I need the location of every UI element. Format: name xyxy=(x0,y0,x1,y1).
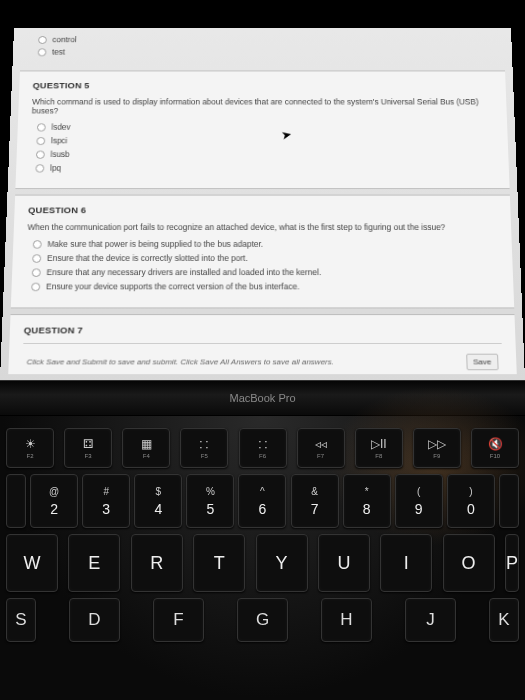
radio-option[interactable]: Make sure that power is being supplied t… xyxy=(33,239,499,248)
radio-icon xyxy=(35,164,44,172)
radio-icon xyxy=(33,240,42,248)
letter-key-row: W E R T Y U I O P xyxy=(6,534,519,592)
key-o[interactable]: O xyxy=(443,534,495,592)
radio-option[interactable]: Ensure your device supports the correct … xyxy=(31,282,500,292)
key-i[interactable]: I xyxy=(380,534,432,592)
key-partial[interactable] xyxy=(6,474,26,528)
key-r[interactable]: R xyxy=(131,534,183,592)
question-prompt: Which command is used to display informa… xyxy=(32,97,494,115)
key-t[interactable]: T xyxy=(193,534,245,592)
question-6-block: QUESTION 6 When the communication port f… xyxy=(11,195,514,309)
key-5[interactable]: %5 xyxy=(186,474,234,528)
key-2[interactable]: @2 xyxy=(30,474,78,528)
macbook-label: MacBook Pro xyxy=(229,392,295,404)
radio-icon xyxy=(32,268,41,277)
key-3[interactable]: #3 xyxy=(82,474,130,528)
option-label: test xyxy=(52,48,65,57)
key-f10[interactable]: 🔇F10 xyxy=(471,428,519,468)
question-7-block: QUESTION 7 Click Save and Submit to save… xyxy=(8,314,517,374)
laptop-hinge: MacBook Pro xyxy=(0,380,525,416)
radio-icon xyxy=(31,282,40,291)
key-f9[interactable]: ▷▷F9 xyxy=(413,428,461,468)
key-f5[interactable]: ⸬F5 xyxy=(180,428,228,468)
key-f7[interactable]: ◃◃F7 xyxy=(297,428,345,468)
option-label: Make sure that power is being supplied t… xyxy=(47,239,263,248)
option-label: lspci xyxy=(51,136,68,145)
key-e[interactable]: E xyxy=(68,534,120,592)
radio-option[interactable]: Ensure that the device is correctly slot… xyxy=(32,253,499,262)
key-f3[interactable]: ⚃F3 xyxy=(64,428,112,468)
question-title: QUESTION 7 xyxy=(24,325,502,336)
key-g[interactable]: G xyxy=(237,598,288,642)
option-label: Ensure your device supports the correct … xyxy=(46,282,300,292)
radio-option[interactable]: Ensure that any necessary drivers are in… xyxy=(32,268,500,277)
option-label: lpq xyxy=(50,163,61,172)
key-7[interactable]: &7 xyxy=(291,474,339,528)
radio-option[interactable]: lpq xyxy=(35,163,495,172)
radio-option[interactable]: test xyxy=(38,48,505,57)
radio-icon xyxy=(36,136,45,144)
option-label: lsdev xyxy=(51,122,70,131)
key-f6[interactable]: ⸬F6 xyxy=(239,428,287,468)
keyboard-deck: ☀F2 ⚃F3 ▦F4 ⸬F5 ⸬F6 ◃◃F7 ▷IIF8 ▷▷F9 🔇F10… xyxy=(0,416,525,700)
key-8[interactable]: *8 xyxy=(343,474,391,528)
radio-option[interactable]: lspci xyxy=(36,136,494,145)
key-partial[interactable] xyxy=(499,474,519,528)
radio-icon xyxy=(38,48,47,56)
key-p[interactable]: P xyxy=(505,534,519,592)
key-d[interactable]: D xyxy=(69,598,120,642)
footer-instructions: Click Save and Submit to save and submit… xyxy=(26,358,333,367)
option-label: control xyxy=(52,35,76,44)
laptop-screen: ➤ control test QUESTION 5 Which command … xyxy=(0,28,525,380)
key-k[interactable]: K xyxy=(489,598,519,642)
key-f8[interactable]: ▷IIF8 xyxy=(355,428,403,468)
footer-bar: Click Save and Submit to save and submit… xyxy=(22,343,502,370)
radio-option[interactable]: lsusb xyxy=(36,150,495,159)
radio-icon xyxy=(37,123,46,131)
number-key-row: @2 #3 $4 %5 ^6 &7 *8 (9 )0 xyxy=(6,474,519,528)
letter-key-row-2: S D F G H J K xyxy=(6,598,519,642)
question-5-block: QUESTION 5 Which command is used to disp… xyxy=(15,71,509,190)
radio-icon xyxy=(32,254,41,262)
key-6[interactable]: ^6 xyxy=(238,474,286,528)
key-s[interactable]: S xyxy=(6,598,36,642)
question-title: QUESTION 6 xyxy=(28,205,497,215)
save-button[interactable]: Save xyxy=(466,354,499,371)
key-0[interactable]: )0 xyxy=(447,474,495,528)
key-u[interactable]: U xyxy=(318,534,370,592)
key-w[interactable]: W xyxy=(6,534,58,592)
key-h[interactable]: H xyxy=(321,598,372,642)
option-label: Ensure that the device is correctly slot… xyxy=(47,253,248,262)
radio-icon xyxy=(36,150,45,158)
key-9[interactable]: (9 xyxy=(395,474,443,528)
key-f4[interactable]: ▦F4 xyxy=(122,428,170,468)
key-4[interactable]: $4 xyxy=(134,474,182,528)
radio-option[interactable]: lsdev xyxy=(37,122,494,131)
question-title: QUESTION 5 xyxy=(33,80,493,90)
key-f[interactable]: F xyxy=(153,598,204,642)
option-label: lsusb xyxy=(50,150,69,159)
question-prompt: When the communication port fails to rec… xyxy=(27,222,497,231)
prev-question-options: control test xyxy=(20,28,505,70)
radio-option[interactable]: control xyxy=(38,35,504,44)
function-key-row: ☀F2 ⚃F3 ▦F4 ⸬F5 ⸬F6 ◃◃F7 ▷IIF8 ▷▷F9 🔇F10 xyxy=(6,428,519,468)
option-label: Ensure that any necessary drivers are in… xyxy=(46,268,321,277)
key-j[interactable]: J xyxy=(405,598,456,642)
key-y[interactable]: Y xyxy=(256,534,308,592)
key-f2[interactable]: ☀F2 xyxy=(6,428,54,468)
radio-icon xyxy=(38,36,47,44)
